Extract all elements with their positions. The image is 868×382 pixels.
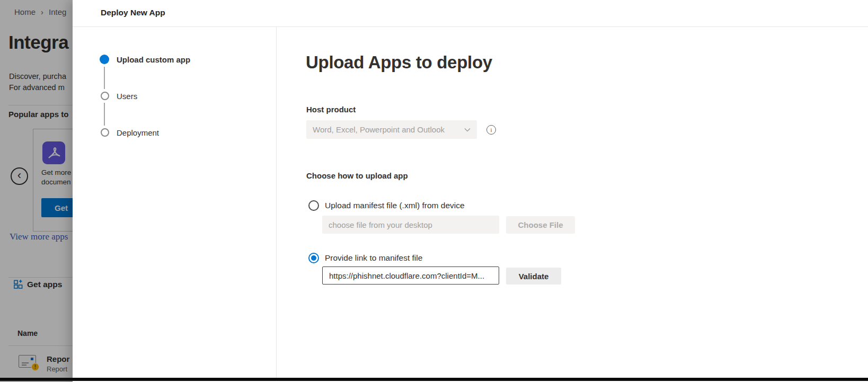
step-indicator-deployment[interactable] — [101, 128, 109, 137]
deploy-new-app-panel: Deploy New App Upload custom app Users D… — [73, 0, 868, 382]
step-indicator-users[interactable] — [101, 92, 109, 100]
chevron-down-icon — [464, 128, 471, 132]
info-icon[interactable]: i — [486, 125, 496, 135]
choose-upload-method-label: Choose how to upload app — [306, 171, 408, 180]
step-indicator-upload-custom-app[interactable] — [100, 55, 109, 64]
radio-provide-link-label[interactable]: Provide link to manifest file — [325, 253, 422, 263]
content-heading: Upload Apps to deploy — [306, 52, 492, 73]
panel-title: Deploy New App — [101, 8, 165, 17]
host-product-label: Host product — [306, 105, 356, 114]
step-label-deployment[interactable]: Deployment — [117, 128, 159, 137]
radio-provide-link[interactable] — [308, 253, 319, 263]
host-product-dropdown: Word, Excel, Powerpoint and Outlook — [306, 120, 477, 139]
window-bottom-edge — [0, 378, 868, 381]
step-label-users[interactable]: Users — [117, 92, 137, 101]
modal-dim-overlay — [0, 0, 73, 382]
step-connector — [104, 67, 105, 89]
divider — [73, 26, 868, 27]
manifest-file-input — [322, 216, 499, 234]
screen: Home›Integ Integra Discover, purcha For … — [0, 0, 868, 382]
step-connector — [104, 103, 105, 126]
radio-upload-manifest-file[interactable] — [308, 200, 319, 211]
manifest-link-input[interactable] — [322, 266, 499, 285]
validate-button[interactable]: Validate — [506, 268, 561, 285]
choose-file-button: Choose File — [506, 216, 575, 234]
step-label-upload-custom-app[interactable]: Upload custom app — [117, 55, 190, 64]
host-product-value: Word, Excel, Powerpoint and Outlook — [313, 125, 464, 134]
divider — [276, 27, 277, 378]
radio-upload-manifest-file-label[interactable]: Upload manifest file (.xml) from device — [325, 201, 465, 210]
